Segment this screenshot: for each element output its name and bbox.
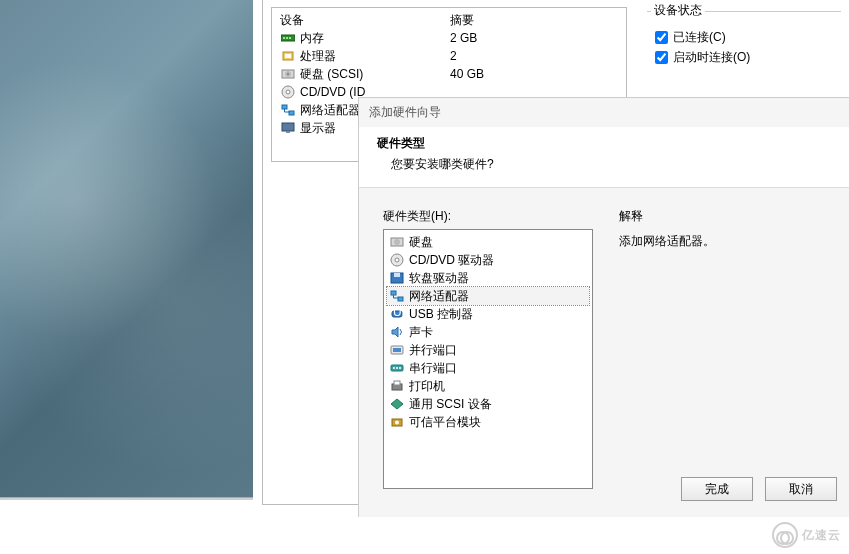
device-row-memory[interactable]: 内存 2 GB	[280, 29, 618, 47]
svg-rect-21	[391, 291, 396, 295]
hw-item-label: USB 控制器	[409, 306, 473, 323]
memory-icon	[280, 31, 296, 45]
hw-item-label: 软盘驱动器	[409, 270, 469, 287]
hardware-type-list[interactable]: 硬盘 CD/DVD 驱动器 软盘驱动器 网络适配器 USB USB 控制器	[383, 229, 593, 489]
desktop-background	[0, 0, 253, 500]
svg-point-28	[393, 367, 395, 369]
add-hardware-wizard: 添加硬件向导 硬件类型 您要安装哪类硬件? 硬件类型(H): 硬盘 CD/DVD…	[358, 97, 849, 517]
svg-rect-20	[394, 273, 400, 277]
device-status-group: 设备状态 已连接(C) 启动时连接(O)	[639, 3, 849, 88]
checkbox-poweron-label: 启动时连接(O)	[673, 49, 750, 66]
device-name: 处理器	[300, 48, 450, 65]
optical-icon	[280, 85, 296, 99]
hw-item-label: CD/DVD 驱动器	[409, 252, 494, 269]
network-icon	[280, 103, 296, 117]
hw-item-label: 网络适配器	[409, 288, 469, 305]
hw-item-printer[interactable]: 打印机	[387, 377, 589, 395]
svg-rect-12	[289, 111, 294, 115]
hw-item-optical[interactable]: CD/DVD 驱动器	[387, 251, 589, 269]
svg-point-30	[399, 367, 401, 369]
checkbox-poweron[interactable]: 启动时连接(O)	[655, 49, 837, 66]
svg-rect-13	[282, 123, 294, 131]
wizard-header: 硬件类型 您要安装哪类硬件?	[359, 127, 849, 188]
hw-item-scsi[interactable]: 通用 SCSI 设备	[387, 395, 589, 413]
hw-item-usb[interactable]: USB USB 控制器	[387, 305, 589, 323]
svg-point-35	[395, 421, 399, 425]
svg-rect-2	[286, 37, 288, 39]
disk-icon	[280, 67, 296, 81]
watermark: 亿速云	[772, 522, 841, 548]
explain-text: 添加网络适配器。	[619, 233, 715, 250]
svg-point-16	[394, 239, 400, 245]
display-icon	[280, 121, 296, 135]
wizard-title: 添加硬件向导	[359, 98, 849, 127]
device-name: 硬盘 (SCSI)	[300, 66, 450, 83]
wizard-heading: 硬件类型	[377, 135, 831, 152]
svg-rect-5	[285, 54, 291, 58]
device-value: 40 GB	[450, 67, 590, 81]
watermark-text: 亿速云	[802, 527, 841, 544]
hw-item-label: 串行端口	[409, 360, 457, 377]
device-header-summary: 摘要	[450, 12, 600, 29]
device-row-disk[interactable]: 硬盘 (SCSI) 40 GB	[280, 65, 618, 83]
hw-item-floppy[interactable]: 软盘驱动器	[387, 269, 589, 287]
usb-icon: USB	[389, 307, 405, 321]
hw-item-parallel[interactable]: 并行端口	[387, 341, 589, 359]
checkbox-connected-input[interactable]	[655, 31, 668, 44]
device-value: 2 GB	[450, 31, 590, 45]
hardware-list-label: 硬件类型(H):	[383, 208, 593, 225]
svg-rect-26	[393, 348, 401, 352]
svg-rect-22	[398, 297, 403, 301]
finish-button[interactable]: 完成	[681, 477, 753, 501]
svg-rect-3	[289, 37, 291, 39]
hw-item-label: 通用 SCSI 设备	[409, 396, 492, 413]
checkbox-poweron-input[interactable]	[655, 51, 668, 64]
hw-item-label: 声卡	[409, 324, 433, 341]
device-value: 2	[450, 49, 590, 63]
checkbox-connected[interactable]: 已连接(C)	[655, 29, 837, 46]
svg-rect-14	[286, 131, 290, 133]
hw-item-sound[interactable]: 声卡	[387, 323, 589, 341]
svg-point-8	[287, 73, 289, 75]
svg-rect-11	[282, 105, 287, 109]
hw-item-network[interactable]: 网络适配器	[387, 287, 589, 305]
cpu-icon	[280, 49, 296, 63]
scsi-icon	[389, 397, 405, 411]
hw-item-label: 可信平台模块	[409, 414, 481, 431]
hw-item-label: 硬盘	[409, 234, 433, 251]
parallel-icon	[389, 343, 405, 357]
device-header-device: 设备	[280, 12, 450, 29]
wizard-subheading: 您要安装哪类硬件?	[391, 156, 831, 173]
hw-item-label: 并行端口	[409, 342, 457, 359]
disk-icon	[389, 235, 405, 249]
hw-item-tpm[interactable]: 可信平台模块	[387, 413, 589, 431]
wizard-footer: 完成 取消	[359, 473, 849, 509]
svg-rect-32	[394, 381, 400, 385]
serial-icon	[389, 361, 405, 375]
tpm-icon	[389, 415, 405, 429]
svg-point-29	[396, 367, 398, 369]
checkbox-connected-label: 已连接(C)	[673, 29, 726, 46]
device-name: 内存	[300, 30, 450, 47]
svg-point-18	[395, 258, 399, 262]
svg-marker-33	[391, 399, 403, 409]
explain-label: 解释	[619, 208, 715, 225]
sound-icon	[389, 325, 405, 339]
svg-rect-1	[283, 37, 285, 39]
watermark-logo-icon	[772, 522, 798, 548]
hw-item-label: 打印机	[409, 378, 445, 395]
status-legend: 设备状态	[651, 2, 705, 19]
optical-icon	[389, 253, 405, 267]
hw-item-disk[interactable]: 硬盘	[387, 233, 589, 251]
hw-item-serial[interactable]: 串行端口	[387, 359, 589, 377]
svg-text:USB: USB	[393, 308, 404, 319]
floppy-icon	[389, 271, 405, 285]
printer-icon	[389, 379, 405, 393]
cancel-button[interactable]: 取消	[765, 477, 837, 501]
network-icon	[389, 289, 405, 303]
svg-point-10	[286, 90, 290, 94]
device-row-cpu[interactable]: 处理器 2	[280, 47, 618, 65]
